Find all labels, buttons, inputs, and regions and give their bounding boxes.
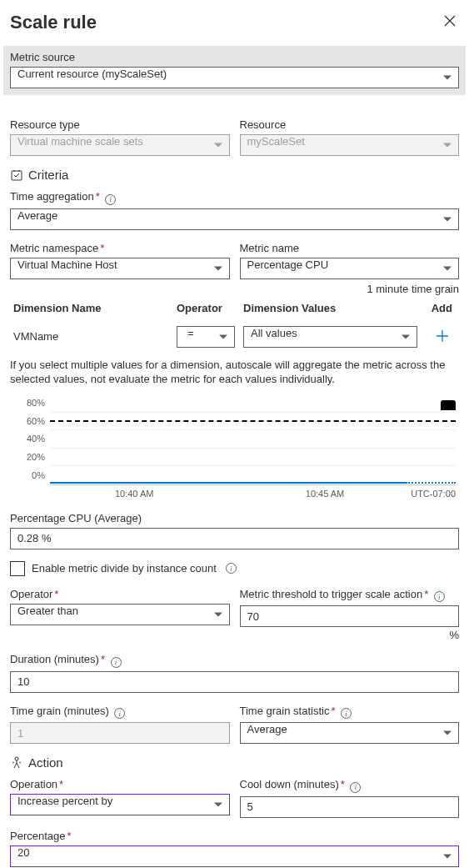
- close-icon: [444, 15, 456, 27]
- time-aggregation-label: Time aggregation* i: [10, 190, 459, 205]
- cooldown-label: Cool down (minutes)* i: [240, 778, 460, 793]
- current-metric-label: Percentage CPU (Average): [10, 512, 459, 524]
- metric-chart: 0% 20% 40% 60% 80% 10:40 AM 10:45 AM UTC…: [10, 395, 459, 504]
- duration-label: Duration (minutes)* i: [10, 653, 459, 668]
- dim-header-values: Dimension Values: [235, 302, 417, 314]
- info-icon[interactable]: i: [226, 563, 237, 574]
- y-tick: 0%: [32, 470, 45, 480]
- x-tick: 10:40 AM: [115, 489, 153, 499]
- threshold-line: [50, 420, 456, 422]
- chart-series-line-projected: [406, 482, 456, 484]
- resource-type-select: Virtual machine scale sets: [10, 134, 230, 156]
- dimension-help-text: If you select multiple values for a dime…: [10, 358, 459, 387]
- percentage-label: Percentage*: [10, 830, 459, 842]
- operator-label: Operator*: [10, 588, 230, 600]
- info-icon[interactable]: i: [350, 782, 361, 793]
- info-icon[interactable]: i: [434, 591, 445, 602]
- dim-header-operator: Operator: [177, 302, 235, 314]
- operator-select[interactable]: Greater than: [10, 604, 230, 625]
- current-metric-value: 0.28 %: [10, 528, 459, 549]
- time-grain-note: 1 minute time grain: [10, 283, 459, 295]
- cooldown-input[interactable]: [240, 796, 460, 818]
- add-dimension-button[interactable]: [432, 328, 452, 346]
- criteria-heading: Criteria: [28, 168, 68, 182]
- y-tick: 40%: [27, 434, 45, 444]
- info-icon[interactable]: i: [105, 194, 116, 205]
- time-grain-minutes-input: [10, 722, 230, 744]
- percentage-select[interactable]: 20: [10, 845, 459, 867]
- metric-name-label: Metric name: [240, 242, 460, 254]
- metric-source-select[interactable]: Current resource (myScaleSet): [10, 67, 459, 88]
- panel-title: Scale rule: [10, 12, 97, 33]
- operation-select[interactable]: Increase percent by: [10, 794, 230, 815]
- info-icon[interactable]: i: [114, 708, 125, 719]
- dimension-row: VMName = All values: [10, 321, 459, 358]
- metric-name-select[interactable]: Percentage CPU: [240, 258, 460, 279]
- resource-type-label: Resource type: [10, 118, 230, 131]
- time-grain-statistic-select[interactable]: Average: [240, 722, 460, 744]
- duration-input[interactable]: [10, 671, 459, 693]
- action-icon: [10, 756, 23, 770]
- dim-header-add: Add: [417, 302, 459, 314]
- metric-source-label: Metric source: [10, 51, 459, 63]
- chart-handle[interactable]: [441, 400, 456, 410]
- plus-icon: [436, 329, 449, 343]
- threshold-unit: %: [240, 627, 460, 641]
- resource-label: Resource: [240, 118, 460, 131]
- divide-by-instance-checkbox[interactable]: [10, 561, 25, 576]
- chart-series-line: [50, 482, 406, 484]
- x-tick: 10:45 AM: [306, 489, 344, 499]
- operation-label: Operation*: [10, 778, 230, 790]
- y-tick: 60%: [27, 416, 45, 426]
- action-heading: Action: [28, 755, 63, 770]
- dimension-values-select[interactable]: All values: [243, 326, 417, 348]
- resource-select: myScaleSet: [240, 134, 460, 156]
- dimension-name: VMName: [10, 330, 177, 343]
- info-icon[interactable]: i: [341, 708, 352, 719]
- time-grain-statistic-label: Time grain statistic* i: [240, 705, 460, 720]
- time-grain-minutes-label: Time grain (minutes) i: [10, 705, 230, 720]
- metric-namespace-select[interactable]: Virtual Machine Host: [10, 258, 230, 279]
- time-aggregation-select[interactable]: Average: [10, 208, 459, 230]
- metric-namespace-label: Metric namespace*: [10, 242, 230, 254]
- info-icon[interactable]: i: [111, 657, 122, 668]
- y-tick: 80%: [27, 398, 45, 408]
- threshold-label: Metric threshold to trigger scale action…: [240, 588, 460, 603]
- dim-header-name: Dimension Name: [10, 302, 177, 314]
- y-tick: 20%: [27, 452, 45, 462]
- threshold-input[interactable]: [240, 605, 460, 627]
- close-button[interactable]: [441, 10, 459, 34]
- criteria-icon: [10, 168, 23, 182]
- svg-point-1: [15, 757, 18, 760]
- divide-by-instance-label: Enable metric divide by instance count: [32, 562, 217, 574]
- chart-timezone: UTC-07:00: [411, 489, 456, 499]
- dimension-operator-select[interactable]: =: [177, 326, 235, 348]
